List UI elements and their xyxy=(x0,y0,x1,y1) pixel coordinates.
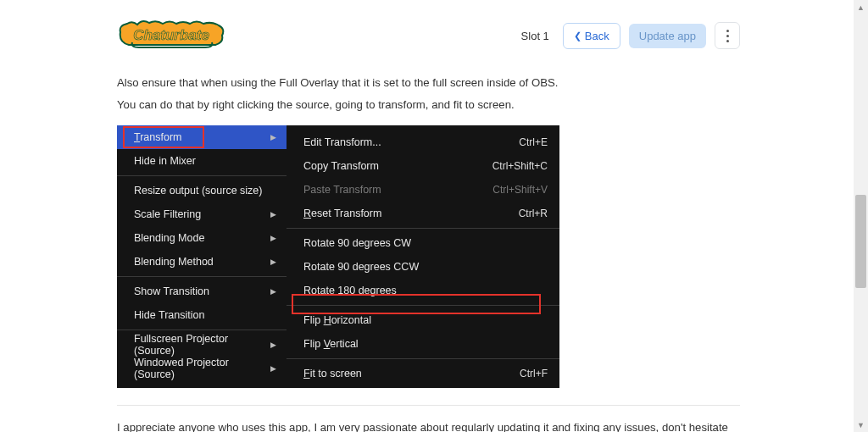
menu-item-scale-filtering: Scale Filtering▶ xyxy=(117,202,287,226)
submenu-item-stretch-to-screen: Stretch to screenCtrl+S xyxy=(287,385,559,388)
slot-label: Slot 1 xyxy=(521,30,549,42)
instruction-paragraph-2: You can do that by right clicking the so… xyxy=(117,97,740,114)
submenu-item-fit-to-screen: Fit to screenCtrl+F xyxy=(287,362,559,385)
obs-context-menu-screenshot: Transform▶ Hide in Mixer Resize output (… xyxy=(117,125,559,388)
submenu-item-flip-vertical: Flip Vertical xyxy=(287,332,559,356)
instruction-paragraph-1: Also ensure that when using the Full Ove… xyxy=(117,75,740,91)
scrollbar-thumb[interactable] xyxy=(855,195,866,288)
back-button-label: Back xyxy=(585,30,609,42)
update-app-button: Update app xyxy=(629,24,706,48)
chevron-right-icon: ▶ xyxy=(270,258,276,266)
svg-text:Chaturbate: Chaturbate xyxy=(133,27,209,43)
submenu-item-paste-transform: Paste TransformCtrl+Shift+V xyxy=(287,178,559,202)
menu-item-blending-mode: Blending Mode▶ xyxy=(117,226,287,250)
appreciation-paragraph: I appreciate anyone who uses this app, I… xyxy=(117,405,740,432)
site-logo: Chaturbate xyxy=(117,17,227,54)
chevron-right-icon: ▶ xyxy=(270,364,276,373)
menu-item-hide-mixer: Hide in Mixer xyxy=(117,149,287,173)
chevron-right-icon: ▶ xyxy=(270,341,276,349)
submenu-item-flip-horizontal: Flip Horizontal xyxy=(287,308,559,332)
submenu-item-copy-transform: Copy TransformCtrl+Shift+C xyxy=(287,154,559,178)
chevron-left-icon: ❮ xyxy=(574,30,581,42)
menu-item-hide-transition: Hide Transition xyxy=(117,303,287,327)
submenu-item-rotate-cw: Rotate 90 degrees CW xyxy=(287,231,559,255)
update-button-label: Update app xyxy=(639,30,696,42)
top-bar: Chaturbate Slot 1 ❮ Back Update app xyxy=(117,17,740,54)
more-menu-button[interactable] xyxy=(715,22,740,49)
menu-item-show-transition: Show Transition▶ xyxy=(117,280,287,303)
menu-item-screenshot: Screenshot (Source) xyxy=(117,380,287,388)
menu-item-resize: Resize output (source size) xyxy=(117,179,287,202)
submenu-item-edit-transform: Edit Transform...Ctrl+E xyxy=(287,130,559,154)
menu-item-blending-method: Blending Method▶ xyxy=(117,250,287,274)
submenu-item-rotate-180: Rotate 180 degrees xyxy=(287,279,559,302)
chevron-right-icon: ▶ xyxy=(270,133,276,141)
chevron-right-icon: ▶ xyxy=(270,287,276,296)
scroll-up-icon[interactable]: ▲ xyxy=(854,0,868,14)
submenu-item-rotate-ccw: Rotate 90 degrees CCW xyxy=(287,255,559,279)
vertical-scrollbar[interactable]: ▲ ▼ xyxy=(854,0,868,432)
back-button[interactable]: ❮ Back xyxy=(563,23,620,49)
scroll-down-icon[interactable]: ▼ xyxy=(854,418,868,432)
chevron-right-icon: ▶ xyxy=(270,210,276,219)
menu-item-fullscreen-projector: Fullscreen Projector (Source)▶ xyxy=(117,333,287,357)
chevron-right-icon: ▶ xyxy=(270,234,276,242)
menu-item-transform: Transform▶ xyxy=(117,125,287,149)
submenu-item-reset-transform: Reset TransformCtrl+R xyxy=(287,202,559,225)
menu-item-windowed-projector: Windowed Projector (Source)▶ xyxy=(117,357,287,380)
